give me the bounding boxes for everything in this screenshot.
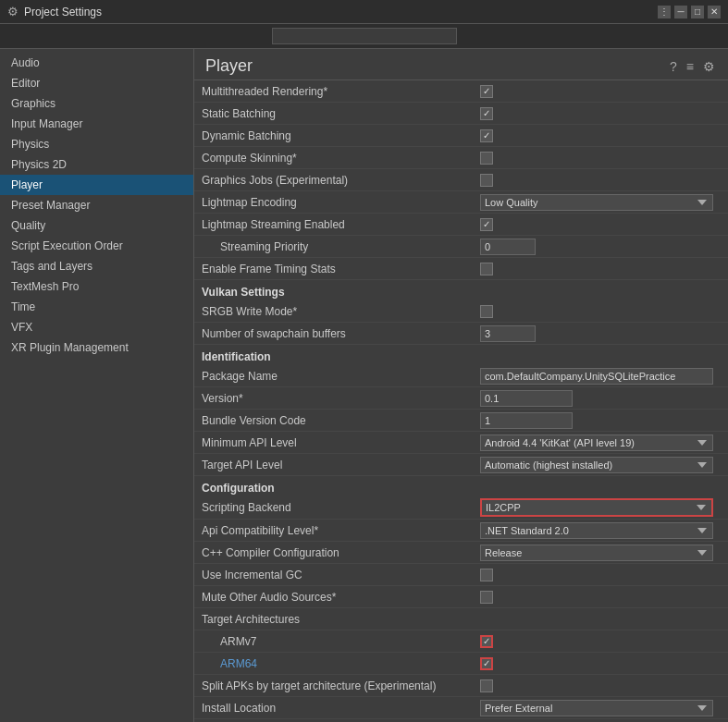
sidebar-item-input-manager[interactable]: Input Manager [0,114,193,134]
row-mute-audio: Mute Other Audio Sources* [194,586,728,608]
sidebar-item-time[interactable]: Time [0,297,193,317]
value-streaming-priority [480,239,721,255]
input-bundle-version-code[interactable] [480,412,573,429]
content-area: Player ? ≡ ⚙ Multithreaded Rendering* St… [194,49,728,722]
sidebar-item-audio[interactable]: Audio [0,53,193,73]
checkbox-graphics-jobs[interactable] [480,174,493,187]
value-cpp-compiler: Release Debug Master [480,545,721,561]
identification-section: Identification Package Name Version* Bun… [194,345,728,476]
checkbox-multithreaded-rendering[interactable] [480,85,493,98]
title-bar-maximize-btn[interactable]: □ [691,6,704,18]
checkbox-srgb-write-mode[interactable] [480,305,493,318]
sidebar-item-player[interactable]: Player [0,175,193,195]
value-graphics-jobs [480,174,721,187]
configuration-section: Configuration Scripting Backend IL2CPP M… [194,476,728,722]
label-armv7: ARMv7 [202,635,480,648]
dropdown-lightmap-encoding[interactable]: Low Quality Normal Quality High Quality [480,194,713,211]
row-lightmap-streaming: Lightmap Streaming Enabled [194,214,728,236]
checkbox-incremental-gc[interactable] [480,569,493,581]
checkbox-enable-frame-timing[interactable] [480,263,493,275]
settings-icon[interactable]: ⚙ [701,57,717,76]
row-arm64: ARM64 [194,653,728,675]
input-swapchain-buffers[interactable] [480,325,536,342]
checkbox-lightmap-streaming[interactable] [480,218,493,231]
checkbox-compute-skinning[interactable] [480,152,493,165]
row-cpp-compiler: C++ Compiler Configuration Release Debug… [194,542,728,564]
sidebar-item-physics2d[interactable]: Physics 2D [0,154,193,175]
dropdown-cpp-compiler[interactable]: Release Debug Master [480,545,713,561]
row-split-apks: Split APKs by target architecture (Exper… [194,675,728,697]
input-streaming-priority[interactable] [480,239,536,255]
sidebar-item-quality[interactable]: Quality [0,215,193,236]
row-srgb-write-mode: SRGB Write Mode* [194,300,728,323]
sidebar-item-graphics[interactable]: Graphics [0,93,193,114]
vulkan-section: Vulkan Settings SRGB Write Mode* Number … [194,280,728,345]
label-arm64: ARM64 [202,657,480,670]
input-version[interactable] [480,390,573,407]
label-target-api-level: Target API Level [202,459,480,471]
title-bar-menu-btn[interactable]: ⋮ [658,6,671,18]
checkbox-dynamic-batching[interactable] [480,129,493,142]
value-min-api-level: Android 4.4 'KitKat' (API level 19) Andr… [480,434,721,451]
label-streaming-priority: Streaming Priority [202,240,480,253]
label-scripting-backend: Scripting Backend [202,501,480,514]
search-input[interactable] [272,28,457,44]
value-install-location: Prefer External Force Internal Auto [480,700,721,716]
sidebar-item-textmesh-pro[interactable]: TextMesh Pro [0,276,193,297]
dropdown-api-compatibility[interactable]: .NET Standard 2.0 .NET 4.x [480,522,713,539]
title-bar-close-btn[interactable]: ✕ [708,6,721,18]
dropdown-install-location[interactable]: Prefer External Force Internal Auto [480,700,713,716]
value-multithreaded-rendering [480,85,721,98]
label-static-batching: Static Batching [202,107,480,120]
label-incremental-gc: Use Incremental GC [202,569,480,581]
value-dynamic-batching [480,129,721,142]
checkbox-arm64[interactable] [480,657,493,670]
checkbox-static-batching[interactable] [480,107,493,120]
row-graphics-jobs: Graphics Jobs (Experimental) [194,169,728,191]
label-multithreaded-rendering: Multithreaded Rendering* [202,85,480,98]
label-mute-audio: Mute Other Audio Sources* [202,591,480,604]
row-streaming-priority: Streaming Priority [194,236,728,258]
sidebar-item-physics[interactable]: Physics [0,134,193,154]
section-header-configuration: Configuration [194,476,728,496]
dropdown-scripting-backend[interactable]: IL2CPP Mono [480,498,713,517]
label-package-name: Package Name [202,370,480,383]
sidebar-item-script-execution-order[interactable]: Script Execution Order [0,236,193,256]
label-srgb-write-mode: SRGB Write Mode* [202,305,480,318]
row-target-api-level: Target API Level Automatic (highest inst… [194,454,728,476]
checkbox-mute-audio[interactable] [480,591,493,604]
title-bar-controls: ⋮ ─ □ ✕ [658,6,721,18]
sidebar-item-vfx[interactable]: VFX [0,317,193,337]
help-icon[interactable]: ? [668,57,679,76]
input-package-name[interactable] [480,368,713,385]
row-compute-skinning: Compute Skinning* [194,147,728,169]
value-split-apks [480,679,721,692]
sidebar-item-editor[interactable]: Editor [0,73,193,93]
title-bar-minimize-btn[interactable]: ─ [674,6,687,18]
value-package-name [480,368,721,385]
checkbox-split-apks[interactable] [480,679,493,692]
title-bar-title: Project Settings [24,6,658,18]
dropdown-target-api-level[interactable]: Automatic (highest installed) [480,457,713,473]
main-layout: Audio Editor Graphics Input Manager Phys… [0,49,728,722]
player-header: Player ? ≡ ⚙ [194,49,728,80]
label-cpp-compiler: C++ Compiler Configuration [202,546,480,559]
row-min-api-level: Minimum API Level Android 4.4 'KitKat' (… [194,432,728,454]
dropdown-min-api-level[interactable]: Android 4.4 'KitKat' (API level 19) Andr… [480,434,713,451]
value-target-api-level: Automatic (highest installed) [480,457,721,473]
value-incremental-gc [480,569,721,581]
sidebar-item-tags-and-layers[interactable]: Tags and Layers [0,256,193,276]
header-icons: ? ≡ ⚙ [668,57,717,76]
value-enable-frame-timing [480,263,721,275]
row-target-architectures-header: Target Architectures [194,608,728,630]
row-api-compatibility: Api Compatibility Level* .NET Standard 2… [194,520,728,542]
label-lightmap-streaming: Lightmap Streaming Enabled [202,218,480,231]
menu-icon[interactable]: ≡ [685,57,696,76]
sidebar-item-preset-manager[interactable]: Preset Manager [0,195,193,215]
row-scripting-backend: Scripting Backend IL2CPP Mono [194,496,728,520]
row-install-location: Install Location Prefer External Force I… [194,697,728,719]
checkbox-armv7[interactable] [480,635,493,648]
sidebar-item-xr-plugin-management[interactable]: XR Plugin Management [0,337,193,358]
value-bundle-version-code [480,412,721,429]
label-target-architectures: Target Architectures [202,613,480,626]
